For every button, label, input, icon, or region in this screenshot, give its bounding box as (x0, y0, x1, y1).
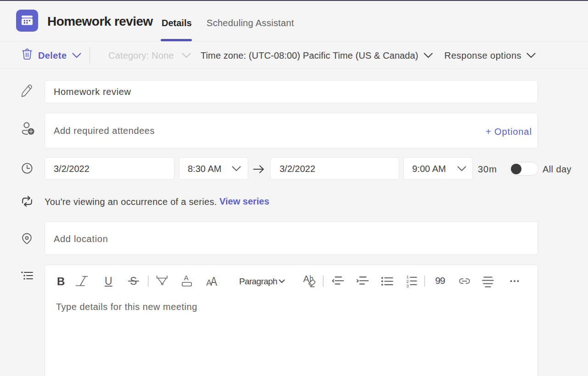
svg-text:3: 3 (406, 283, 409, 288)
svg-text:A: A (211, 274, 218, 288)
svg-text:A: A (303, 274, 310, 284)
svg-text:A: A (184, 274, 189, 282)
